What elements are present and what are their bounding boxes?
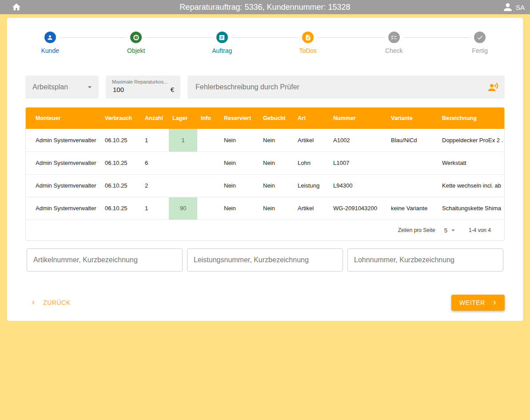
- rows-per-page-label: Zeilen pro Seite: [398, 227, 435, 233]
- step-label: Kunde: [7, 47, 93, 54]
- step-connector: [403, 37, 437, 38]
- voice-input-icon[interactable]: [488, 82, 498, 92]
- step-connector: [7, 37, 41, 38]
- col-anzahl: Anzahl: [141, 108, 169, 129]
- cell-info: [197, 152, 220, 174]
- back-button-label: ZURÜCK: [43, 299, 71, 306]
- user-menu[interactable]: SA: [502, 1, 525, 13]
- cell-nummer: WG-2091043200: [330, 197, 387, 220]
- stepper-step-kunde[interactable]: Kunde: [7, 32, 93, 54]
- user-initials: SA: [516, 4, 525, 11]
- fehlerbeschreibung-field: [187, 76, 505, 99]
- checklist-icon: [391, 34, 397, 41]
- step-connector: [317, 37, 351, 38]
- cell-anzahl: 2: [141, 174, 169, 197]
- step-connector: [93, 37, 127, 38]
- check-icon: [477, 34, 483, 41]
- step-connector: [231, 37, 265, 38]
- cell-lager: 1: [169, 129, 197, 152]
- cell-info: [197, 174, 220, 197]
- cell-anzahl: 1: [141, 197, 169, 220]
- rows-per-page-select[interactable]: 5: [444, 226, 457, 234]
- cell-verbrauch: 06.10.25: [101, 152, 141, 174]
- stepper-step-todos[interactable]: ToDos: [265, 32, 351, 54]
- cell-info: [197, 197, 220, 220]
- stepper-step-objekt[interactable]: Objekt: [93, 32, 179, 54]
- next-button-label: WEITER: [459, 299, 485, 306]
- step-label: Objekt: [93, 47, 179, 54]
- article-icon: [219, 34, 225, 41]
- step-connector: [351, 37, 385, 38]
- max-reparaturkosten-field[interactable]: Maximale Reparaturkos... €: [106, 76, 180, 99]
- lohnnummer-input[interactable]: [347, 248, 503, 272]
- cell-variante: Blau/NiCd: [387, 129, 438, 152]
- cell-art: Artikel: [294, 197, 330, 220]
- artikelnummer-input[interactable]: [27, 248, 183, 272]
- arbeitsplan-select[interactable]: Arbeitsplan: [25, 76, 99, 99]
- step-label: Check: [351, 47, 437, 54]
- stepper-step-check[interactable]: Check: [351, 32, 437, 54]
- cell-verbrauch: 06.10.25: [101, 174, 141, 197]
- leistungsnummer-input[interactable]: [187, 248, 343, 272]
- cell-art: Artikel: [294, 129, 330, 152]
- cell-anzahl: 1: [141, 129, 169, 152]
- col-verbrauch: Verbrauch: [101, 108, 141, 129]
- back-button[interactable]: ZURÜCK: [25, 296, 75, 310]
- todos-table: Monteuer Verbrauch Anzahl Lager Info Res…: [25, 107, 505, 241]
- col-gebucht: Gebucht: [259, 108, 294, 129]
- step-connector: [179, 37, 213, 38]
- pagination-range: 1-4 von 4: [469, 227, 491, 233]
- cell-gebucht: Nein: [259, 152, 294, 174]
- cell-reserviert: Nein: [220, 152, 259, 174]
- chevron-down-icon: [85, 83, 94, 92]
- document-icon: [305, 34, 311, 41]
- fehlerbeschreibung-input[interactable]: [195, 83, 488, 92]
- cell-monteuer: Admin Systemverwalter: [26, 129, 101, 152]
- cell-gebucht: Nein: [259, 197, 294, 220]
- max-reparaturkosten-input[interactable]: [112, 85, 156, 94]
- cell-reserviert: Nein: [220, 129, 259, 152]
- col-reserviert: Reserviert: [220, 108, 259, 129]
- cell-reserviert: Nein: [220, 197, 259, 220]
- form-row: Arbeitsplan Maximale Reparaturkos... €: [25, 76, 505, 99]
- cell-nummer: L94300: [330, 174, 387, 197]
- cell-bezeichnung: Kette wechseln incl. ab: [438, 174, 504, 197]
- table-row[interactable]: Admin Systemverwalter 06.10.25 6 Nein Ne…: [26, 152, 504, 174]
- rows-per-page-value: 5: [444, 227, 447, 234]
- chevron-right-icon: [490, 299, 498, 307]
- person-icon: [47, 34, 53, 41]
- content-card: Kunde Objekt Auftrag: [7, 18, 523, 321]
- chevron-down-icon: [449, 226, 457, 234]
- step-connector: [265, 37, 299, 38]
- cell-reserviert: Nein: [220, 174, 259, 197]
- stepper-step-fertig[interactable]: Fertig: [437, 32, 523, 54]
- cell-monteuer: Admin Systemverwalter: [26, 174, 101, 197]
- next-button[interactable]: WEITER: [451, 295, 505, 311]
- col-variante: Variante: [387, 108, 438, 129]
- col-art: Art: [294, 108, 330, 129]
- cell-nummer: A1002: [330, 129, 387, 152]
- cell-monteuer: Admin Systemverwalter: [26, 152, 101, 174]
- cell-variante: [387, 174, 438, 197]
- table-pagination: Zeilen pro Seite 5 1-4 von 4: [26, 220, 504, 240]
- table-row[interactable]: Admin Systemverwalter 06.10.25 2 Nein Ne…: [26, 174, 504, 197]
- cell-variante: [387, 152, 438, 174]
- cell-art: Lohn: [294, 152, 330, 174]
- step-connector: [60, 37, 93, 38]
- col-nummer: Nummer: [330, 108, 387, 129]
- cell-gebucht: Nein: [259, 129, 294, 152]
- cell-bezeichnung: Schaltungskette Shima: [438, 197, 504, 220]
- step-label: Fertig: [437, 47, 523, 54]
- table-row[interactable]: Admin Systemverwalter 06.10.25 1 1 Nein …: [26, 129, 504, 152]
- step-label: ToDos: [265, 47, 351, 54]
- step-connector: [145, 37, 179, 38]
- currency-suffix: €: [171, 86, 174, 93]
- step-connector: [437, 37, 471, 38]
- stepper-step-auftrag[interactable]: Auftrag: [179, 32, 265, 54]
- cell-lager: [169, 174, 197, 197]
- home-button[interactable]: [12, 2, 21, 12]
- cell-nummer: L1007: [330, 152, 387, 174]
- table-row[interactable]: Admin Systemverwalter 06.10.25 1 90 Nein…: [26, 197, 504, 220]
- col-bezeichnung: Bezeichnung: [438, 108, 504, 129]
- cell-info: [197, 129, 220, 152]
